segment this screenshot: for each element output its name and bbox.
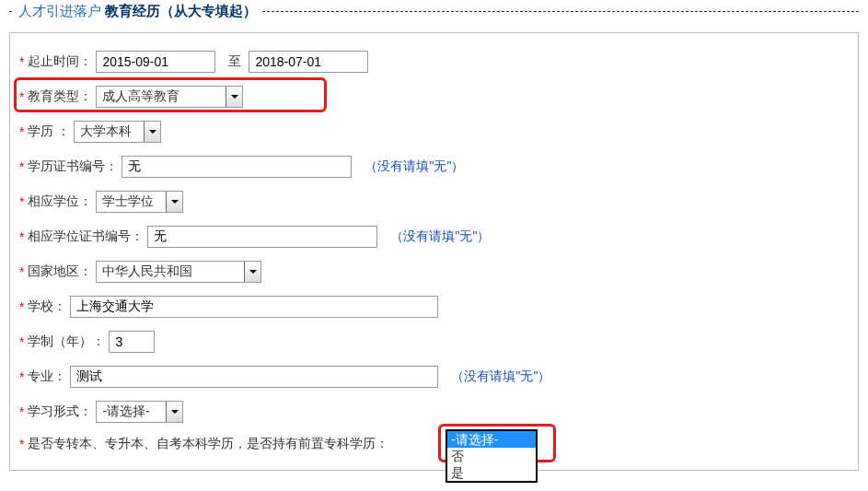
label-years: 学制（年）： — [28, 333, 105, 350]
hint-degree-cert-no: （没有请填"无"） — [390, 228, 490, 245]
end-date-input[interactable] — [249, 51, 368, 73]
major-input[interactable] — [70, 366, 438, 388]
required-mark: * — [19, 124, 24, 139]
label-study-form: 学习形式： — [28, 403, 92, 420]
chevron-down-icon — [226, 87, 242, 107]
required-mark: * — [19, 54, 24, 69]
label-prior-diploma: 是否专转本、专升本、自考本科学历，是否持有前置专科学历： — [28, 436, 388, 452]
required-mark: * — [19, 334, 24, 349]
dropdown-option[interactable]: 否 — [447, 448, 536, 464]
cert-no-input[interactable] — [122, 156, 352, 178]
years-input[interactable] — [109, 331, 155, 353]
label-cert-no: 学历证书编号： — [28, 158, 118, 175]
label-degree-cert-no: 相应学位证书编号： — [28, 228, 144, 245]
label-edu-type: 教育类型： — [28, 88, 92, 105]
label-major: 专业： — [28, 368, 66, 385]
country-select[interactable]: 中华人民共和国 — [96, 261, 261, 283]
degree-select[interactable]: 学士学位 — [96, 191, 183, 213]
chevron-down-icon — [166, 402, 182, 422]
chevron-down-icon — [244, 262, 260, 282]
required-mark: * — [19, 264, 24, 279]
section-title: 人才引进落户 教育经历（从大专填起） — [13, 3, 262, 20]
required-mark: * — [19, 437, 24, 451]
label-school: 学校： — [28, 298, 66, 315]
hint-cert-no: （没有请填"无"） — [365, 158, 464, 175]
degree-level-value: 大学本科 — [80, 123, 144, 140]
chevron-down-icon — [166, 192, 182, 212]
title-category: 人才引进落户 — [18, 3, 101, 18]
label-to: 至 — [228, 53, 241, 70]
required-mark: * — [19, 89, 24, 104]
dropdown-option[interactable]: 是 — [447, 464, 536, 481]
degree-value: 学士学位 — [102, 193, 166, 210]
country-value: 中华人民共和国 — [102, 263, 244, 280]
study-form-select[interactable]: -请选择- — [96, 401, 183, 423]
chevron-down-icon — [144, 122, 160, 142]
degree-cert-no-input[interactable] — [147, 226, 377, 248]
school-input[interactable] — [70, 296, 438, 318]
edu-type-value: 成人高等教育 — [102, 88, 226, 105]
required-mark: * — [19, 299, 24, 314]
edu-type-select[interactable]: 成人高等教育 — [96, 86, 243, 108]
dropdown-option[interactable]: -请选择- — [447, 431, 536, 448]
required-mark: * — [19, 194, 24, 209]
label-country: 国家地区： — [28, 263, 92, 280]
hint-major: （没有请填"无"） — [451, 368, 550, 385]
required-mark: * — [19, 229, 24, 244]
label-degree: 相应学位： — [28, 193, 92, 210]
label-date-range: 起止时间： — [28, 53, 92, 70]
start-date-input[interactable] — [96, 51, 215, 73]
title-section: 教育经历（从大专填起） — [105, 3, 257, 18]
required-mark: * — [19, 159, 24, 174]
form-panel: * 起止时间： 至 * 教育类型： 成人高等教育 * 学历 ： 大学本科 — [9, 32, 859, 471]
label-degree-level: 学历 ： — [28, 123, 70, 140]
study-form-value: -请选择- — [102, 403, 166, 420]
prior-diploma-dropdown[interactable]: -请选择- 否 是 — [446, 429, 538, 483]
degree-level-select[interactable]: 大学本科 — [74, 121, 161, 143]
required-mark: * — [19, 404, 24, 419]
required-mark: * — [19, 369, 24, 384]
